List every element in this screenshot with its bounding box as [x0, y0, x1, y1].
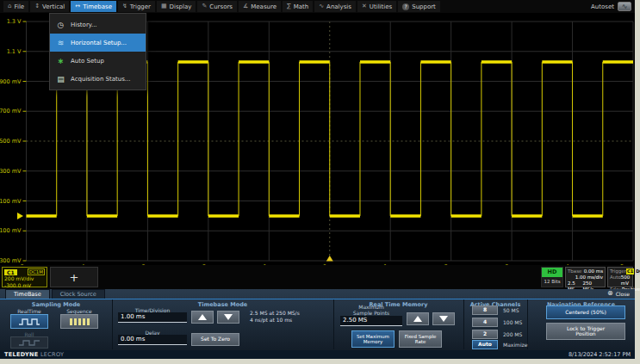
menu-support-label: Support: [412, 3, 436, 10]
c1-offset: -300.0 mV: [4, 282, 45, 289]
trigger-source-badge: C1: [626, 268, 634, 275]
menu-utilities[interactable]: ✕Utilities: [357, 1, 396, 12]
channels-2-button[interactable]: 2: [472, 330, 498, 339]
menu-analysis-label: Analysis: [326, 3, 351, 10]
menu-item-auto-setup[interactable]: ∗Auto Setup: [50, 52, 146, 70]
autoset-button[interactable]: Autoset∿: [591, 2, 631, 11]
centered-label: Centered (50%): [565, 310, 606, 316]
down-arrow-icon: [439, 316, 448, 322]
hd-bits-label: 12 Bits: [542, 277, 562, 287]
clock-datetime: 8/13/2024 2:52:17 PM: [569, 351, 631, 358]
set-maximum-memory-button[interactable]: Set Maximum Memory: [351, 330, 395, 348]
realtime-button[interactable]: [10, 314, 48, 329]
memory-increase-button[interactable]: [407, 312, 429, 325]
up-arrow-icon: [413, 316, 422, 322]
menu-display[interactable]: ▦Display: [157, 1, 196, 12]
menu-item-history[interactable]: ◷History...: [50, 15, 146, 34]
history-icon: ◷: [56, 21, 65, 29]
menu-math-label: Math: [294, 3, 309, 10]
menu-vertical-label: Vertical: [42, 3, 65, 10]
sequence-button[interactable]: [60, 314, 98, 329]
tab-timebase[interactable]: TimeBase: [5, 289, 50, 299]
menu-timebase[interactable]: ↔Timebase: [71, 1, 116, 12]
svg-text:-100 mV: -100 mV: [0, 227, 22, 234]
menu-item-history-label: History...: [71, 22, 97, 28]
dialog-tab-row: TimeBase Clock Source: [0, 289, 635, 299]
menu-trigger[interactable]: ↯Trigger: [118, 1, 155, 12]
hd-badge: HD: [542, 268, 562, 277]
autoset-label: Autoset: [591, 3, 614, 10]
trigger-level: 500 mV: [621, 275, 631, 287]
trigger-descriptor[interactable]: TriggerC1DC Auto500 mV EdgePositive: [607, 267, 633, 287]
vertical-icon: ↕: [34, 3, 40, 9]
menu-vertical[interactable]: ↕Vertical: [30, 1, 69, 12]
brand-secondary: LECROY: [40, 351, 64, 358]
menu-display-label: Display: [170, 3, 192, 10]
dialog-close-button[interactable]: ⊗Close: [607, 290, 630, 297]
channels-auto-button[interactable]: Auto: [472, 340, 498, 349]
menu-item-auto-setup-label: Auto Setup: [71, 58, 104, 65]
descriptor-row: C1 DC1M 200 mV/div -300.0 mV + HD 12 Bit…: [0, 265, 635, 289]
add-trace-plus-icon: +: [70, 271, 79, 284]
lock-to-trigger-label: Lock to Trigger Position: [560, 326, 612, 337]
svg-text:1.1 V: 1.1 V: [7, 48, 22, 55]
menu-measure[interactable]: ∡Measure: [239, 1, 281, 12]
c1-scale: 200 mV/div: [4, 275, 45, 282]
max-sample-points-label2: Sample Points: [340, 310, 402, 316]
time-division-increase-button[interactable]: [191, 311, 214, 324]
max-sample-points-field[interactable]: 2.50 MS: [340, 316, 402, 326]
utilities-icon: ✕: [362, 3, 367, 9]
svg-text:700 mV: 700 mV: [0, 108, 22, 114]
close-label: Close: [616, 291, 630, 297]
timebase-dialog: TimeBase Clock Source ⊗Close Sampling Mo…: [0, 289, 635, 350]
channels-8-button[interactable]: 8: [472, 305, 498, 315]
horizontal-setup-icon: ≋: [56, 39, 65, 47]
c1-badge: C1: [4, 269, 17, 275]
hd-mode-descriptor[interactable]: HD 12 Bits: [541, 267, 563, 287]
roll-button[interactable]: [10, 336, 48, 349]
display-icon: ▦: [161, 3, 167, 9]
menu-cursors[interactable]: ✎Cursors: [197, 1, 237, 12]
svg-text:1.3 V: 1.3 V: [7, 18, 22, 25]
menu-support[interactable]: ?Support: [398, 1, 440, 12]
realtime-waveform-icon: [18, 318, 40, 326]
time-division-field[interactable]: 1.00 ms: [118, 312, 187, 323]
time-division-decrease-button[interactable]: [217, 311, 239, 324]
channels-2-label: 200 MS: [503, 331, 522, 337]
menu-item-acquisition-status[interactable]: ▤Acquisition Status...: [50, 70, 146, 88]
svg-text:500 mV: 500 mV: [0, 138, 22, 145]
tbase-label: Tbase: [568, 268, 581, 275]
menu-bar: ⌂File ↕Vertical ↔Timebase ↯Trigger ▦Disp…: [0, 0, 635, 13]
sequence-label: Sequence: [60, 308, 98, 314]
timebase-descriptor[interactable]: Tbase0.00 ms 1.00 ms/div 2.5 MS250 MS/s: [565, 267, 606, 287]
channels-auto-label: Maximize: [503, 342, 527, 348]
menu-file[interactable]: ⌂File: [3, 1, 28, 12]
menu-math[interactable]: ∑Math: [283, 1, 313, 12]
set-to-zero-label: Set To Zero: [201, 336, 230, 342]
menu-analysis[interactable]: ∿Analysis: [314, 1, 356, 12]
cursors-icon: ✎: [202, 3, 207, 9]
fixed-sample-rate-button[interactable]: Fixed Sample Rate: [399, 330, 442, 348]
memory-decrease-button[interactable]: [432, 312, 455, 325]
close-icon: ⊗: [607, 290, 613, 297]
tbase-scale: 1.00 ms/div: [575, 275, 603, 281]
menu-item-horizontal-setup[interactable]: ≋Horizontal Setup...: [50, 34, 146, 52]
lock-to-trigger-button[interactable]: Lock to Trigger Position: [546, 323, 625, 340]
fixed-sample-rate-label: Fixed Sample Rate: [400, 334, 441, 345]
delay-field[interactable]: 0.00 ms: [118, 335, 187, 345]
channels-4-button[interactable]: 4: [472, 318, 498, 327]
menu-timebase-label: Timebase: [83, 3, 112, 10]
svg-text:100 mV: 100 mV: [0, 198, 22, 205]
menu-trigger-label: Trigger: [130, 3, 151, 10]
realtime-label: RealTime: [10, 308, 48, 314]
set-to-zero-button[interactable]: Set To Zero: [191, 333, 239, 346]
up-arrow-icon: [198, 314, 207, 320]
measure-icon: ∡: [243, 3, 248, 9]
channel-c1-descriptor[interactable]: C1 DC1M 200 mV/div -300.0 mV: [2, 267, 47, 287]
tab-clock-source[interactable]: Clock Source: [52, 289, 105, 299]
centered-button[interactable]: Centered (50%): [546, 305, 625, 319]
c1-coupling-badge: DC1M: [28, 268, 45, 275]
add-trace-button[interactable]: +: [50, 267, 98, 287]
auto-setup-icon: ∗: [56, 57, 65, 65]
max-sample-points-label: Maximum: [340, 304, 402, 310]
